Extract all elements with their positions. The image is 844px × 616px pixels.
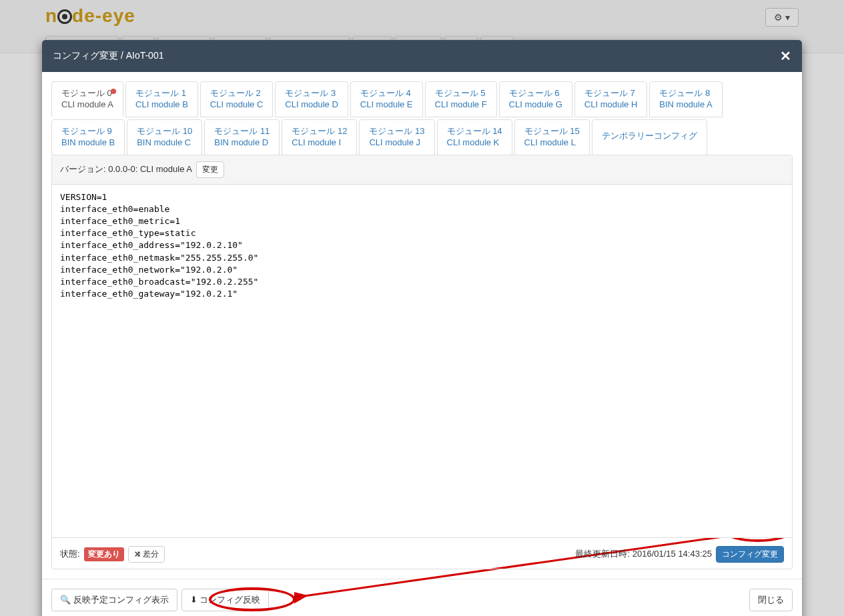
modal-header: コンフィグ変更 / AIoT-001 ✕	[42, 40, 802, 53]
close-icon[interactable]: ✕	[780, 48, 791, 53]
config-change-modal: コンフィグ変更 / AIoT-001 ✕ モジュール 0CLI module A…	[42, 40, 802, 53]
modal-title: コンフィグ変更 / AIoT-001	[53, 50, 163, 53]
